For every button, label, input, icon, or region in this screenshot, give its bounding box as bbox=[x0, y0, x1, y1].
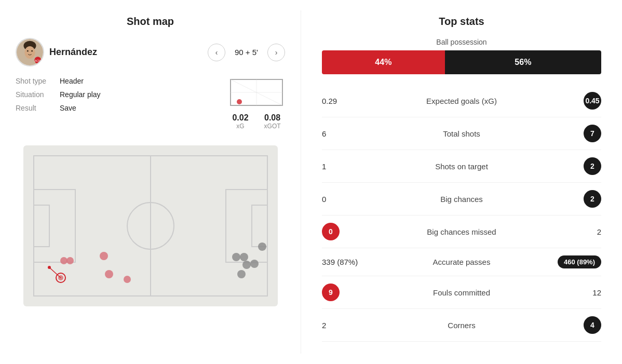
dark-text-badge: 460 (89%) bbox=[558, 255, 601, 268]
red-badge: 9 bbox=[322, 284, 340, 301]
player-row: ACM Hernández ‹ 90 + 5' › bbox=[16, 38, 285, 66]
red-badge: 0 bbox=[322, 223, 340, 240]
svg-point-24 bbox=[60, 257, 67, 264]
svg-point-27 bbox=[105, 270, 113, 278]
stat-row: 0.29Expected goals (xG)0.45 bbox=[322, 85, 601, 117]
time-display: 90 + 5' bbox=[231, 48, 262, 57]
xg-item: 0.02 xG bbox=[232, 113, 248, 130]
stat-row: 0Big chances missed2 bbox=[322, 215, 601, 248]
stat-left-value: 2 bbox=[322, 321, 369, 330]
svg-point-2 bbox=[24, 46, 35, 59]
dark-badge: 4 bbox=[584, 316, 601, 334]
svg-point-33 bbox=[258, 242, 266, 251]
plain-right: 12 bbox=[592, 288, 601, 297]
stat-row: 2Corners4 bbox=[322, 309, 601, 342]
top-stats-title: Top stats bbox=[322, 16, 601, 28]
situation-label: Situation bbox=[16, 90, 55, 99]
stat-right-value: 2 bbox=[555, 157, 601, 175]
stat-left-value: 0 bbox=[322, 195, 369, 204]
main-container: Shot map ACM bbox=[0, 0, 622, 364]
stat-right-value: 7 bbox=[555, 125, 601, 142]
shot-type-label: Shot type bbox=[16, 77, 55, 85]
possession-section: Ball possession 44% 56% bbox=[322, 38, 601, 74]
stat-row: 0Big chances2 bbox=[322, 183, 601, 215]
result-label: Result bbox=[16, 104, 55, 112]
svg-point-34 bbox=[237, 270, 246, 278]
svg-point-32 bbox=[250, 260, 259, 268]
right-panel: Top stats Ball possession 44% 56% 0.29Ex… bbox=[301, 10, 622, 354]
stat-right-value: 2 bbox=[555, 190, 601, 208]
player-name: Hernández bbox=[49, 47, 202, 58]
prev-button[interactable]: ‹ bbox=[208, 44, 225, 61]
xgot-value: 0.08 bbox=[264, 113, 280, 123]
stat-right-value: 0.45 bbox=[555, 92, 601, 110]
stat-right-value: 2 bbox=[555, 227, 601, 236]
stat-center-label: Big chances bbox=[369, 195, 555, 204]
svg-text:ACM: ACM bbox=[35, 59, 42, 62]
stat-center-label: Total shots bbox=[369, 129, 555, 138]
shot-details: Shot type Header Situation Regular play … bbox=[16, 77, 285, 130]
stat-row: 6Total shots7 bbox=[322, 117, 601, 150]
stat-left-value: 339 (87%) bbox=[322, 258, 369, 266]
possession-left: 44% bbox=[322, 50, 445, 74]
plain-right: 2 bbox=[597, 227, 601, 236]
svg-point-23 bbox=[48, 266, 51, 269]
svg-point-28 bbox=[124, 276, 131, 283]
left-panel: Shot map ACM bbox=[0, 10, 301, 354]
svg-point-4 bbox=[31, 50, 33, 52]
stat-center-label: Big chances missed bbox=[369, 227, 555, 236]
svg-point-11 bbox=[237, 99, 242, 104]
shot-type-value: Header bbox=[60, 77, 84, 85]
svg-point-31 bbox=[242, 261, 251, 269]
stat-center-label: Expected goals (xG) bbox=[369, 97, 555, 105]
stat-left-value: 6 bbox=[322, 129, 369, 138]
result-row: Result Save bbox=[16, 104, 218, 112]
shot-map-title: Shot map bbox=[127, 16, 174, 28]
goal-diagram: 0.02 xG 0.08 xGOT bbox=[228, 77, 285, 130]
stat-center-label: Corners bbox=[369, 321, 555, 330]
stat-row: 1Shots on target2 bbox=[322, 150, 601, 183]
svg-point-26 bbox=[100, 252, 108, 260]
xgot-label: xGOT bbox=[264, 123, 281, 130]
stat-left-badge: 9 bbox=[322, 284, 369, 301]
xg-value: 0.02 bbox=[232, 113, 248, 123]
stat-right-value: 4 bbox=[555, 316, 601, 334]
dark-badge: 0.45 bbox=[584, 92, 601, 110]
stat-left-value: 1 bbox=[322, 162, 369, 171]
dark-badge: 2 bbox=[584, 190, 601, 208]
stat-left-value: 0.29 bbox=[322, 97, 369, 105]
stat-row: 339 (87%)Accurate passes460 (89%) bbox=[322, 248, 601, 276]
next-button[interactable]: › bbox=[267, 44, 285, 61]
svg-point-30 bbox=[240, 253, 248, 261]
xgot-item: 0.08 xGOT bbox=[264, 113, 281, 130]
stat-center-label: Accurate passes bbox=[369, 258, 555, 266]
stat-right-value: 460 (89%) bbox=[555, 255, 601, 268]
stat-left-badge: 0 bbox=[322, 223, 369, 240]
xg-row: 0.02 xG 0.08 xGOT bbox=[232, 113, 280, 130]
avatar: ACM bbox=[16, 38, 44, 66]
stat-row: 9Fouls committed12 bbox=[322, 276, 601, 309]
svg-point-3 bbox=[27, 50, 29, 52]
svg-point-29 bbox=[232, 253, 240, 261]
stats-list: 0.29Expected goals (xG)0.456Total shots7… bbox=[322, 85, 601, 342]
shot-info: Shot type Header Situation Regular play … bbox=[16, 77, 218, 117]
shot-type-row: Shot type Header bbox=[16, 77, 218, 85]
xg-label: xG bbox=[236, 123, 244, 130]
field-container bbox=[23, 145, 278, 306]
svg-point-25 bbox=[66, 257, 74, 264]
possession-label: Ball possession bbox=[322, 38, 601, 46]
result-value: Save bbox=[60, 104, 76, 112]
stat-center-label: Shots on target bbox=[369, 162, 555, 171]
possession-bar: 44% 56% bbox=[322, 50, 601, 74]
dark-badge: 7 bbox=[584, 125, 601, 142]
situation-value: Regular play bbox=[60, 90, 101, 99]
dark-badge: 2 bbox=[584, 157, 601, 175]
situation-row: Situation Regular play bbox=[16, 90, 218, 99]
possession-right: 56% bbox=[445, 50, 601, 74]
stat-right-value: 12 bbox=[555, 288, 601, 297]
stat-center-label: Fouls committed bbox=[369, 288, 555, 297]
